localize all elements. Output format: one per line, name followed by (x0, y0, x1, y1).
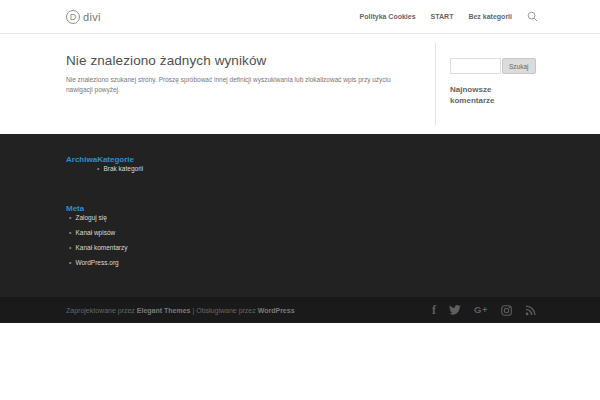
footer-bottom-bar: Zaprojektowane przez Elegant Themes | Ob… (0, 297, 600, 323)
sidebar-divider (435, 43, 436, 125)
footer-meta-login-link[interactable]: Zaloguj się (69, 214, 600, 222)
footer-meta-title: Meta (66, 204, 84, 213)
logo-d-icon: D (66, 10, 80, 24)
page-title: Nie znaleziono żadnych wyników (66, 53, 418, 68)
footer-meta-entries-feed-link[interactable]: Kanał wpisów (69, 229, 600, 237)
not-found-description: Nie znaleziono szukanej strony. Proszę s… (66, 75, 418, 95)
google-plus-icon[interactable]: G+ (474, 305, 488, 315)
nav-item-polityka-cookies[interactable]: Polityka Cookies (360, 13, 416, 20)
footer-categories-title[interactable]: Kategorie (97, 155, 134, 164)
sidebar-search-input[interactable] (450, 58, 501, 74)
site-logo[interactable]: D divi (66, 10, 101, 24)
twitter-icon[interactable] (449, 305, 461, 315)
search-icon[interactable] (527, 11, 538, 22)
footer-meta-wordpress-link[interactable]: WordPress.org (69, 259, 600, 267)
nav-item-start[interactable]: START (431, 13, 454, 20)
wordpress-link[interactable]: WordPress (258, 307, 295, 314)
main-column: Nie znaleziono żadnych wyników Nie znale… (66, 53, 418, 95)
nav-item-bez-kategorii[interactable]: Bez kategorii (468, 13, 512, 20)
sidebar: Szukaj Najnowsze komentarze (450, 58, 542, 107)
facebook-icon[interactable]: f (432, 304, 436, 316)
instagram-icon[interactable] (501, 305, 512, 316)
sidebar-search-form: Szukaj (450, 58, 542, 74)
sidebar-search-button[interactable]: Szukaj (502, 58, 536, 74)
site-header: D divi Polityka Cookies START Bez katego… (0, 0, 600, 33)
footer-meta-list: Zaloguj się Kanał wpisów Kanał komentarz… (66, 214, 600, 267)
footer-category-item[interactable]: Brak kategorii (97, 165, 600, 173)
footer-widget-area: ArchiwaKategorie Brak kategorii Meta Zal… (0, 134, 600, 297)
footer-meta-comments-feed-link[interactable]: Kanał komentarzy (69, 244, 600, 252)
recent-comments-title: Najnowsze komentarze (450, 85, 508, 107)
credit-separator: | Obsługiwane przez (191, 307, 258, 314)
footer-archives-title[interactable]: Archiwa (66, 155, 97, 164)
logo-letter: D (70, 12, 77, 22)
elegant-themes-link[interactable]: Elegant Themes (137, 307, 191, 314)
credit-prefix: Zaprojektowane przez (66, 307, 137, 314)
content-area: Nie znaleziono żadnych wyników Nie znale… (0, 33, 600, 134)
main-nav: Polityka Cookies START Bez kategorii (360, 11, 538, 22)
footer-meta-heading: Meta (66, 204, 600, 214)
logo-text: divi (83, 11, 101, 23)
footer-categories-list: Brak kategorii (66, 165, 600, 173)
rss-icon[interactable] (525, 305, 536, 316)
footer-credits: Zaprojektowane przez Elegant Themes | Ob… (66, 307, 295, 314)
footer-archives-categories-heading: ArchiwaKategorie (66, 155, 600, 165)
social-links: f G+ (432, 304, 536, 316)
